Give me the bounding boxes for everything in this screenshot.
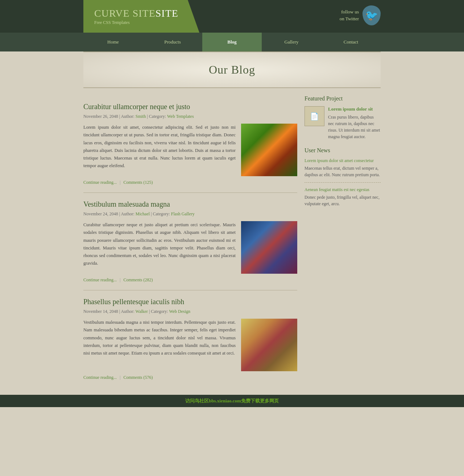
post-1-meta: November 26, 2048 | Author: Smith | Cate… bbox=[83, 114, 297, 119]
post-3-date: November 14, 2048 bbox=[83, 309, 118, 314]
featured-thumbnail: 📄 bbox=[304, 106, 324, 126]
post-1-text: Lorem ipsum dolor sit amet, consectetur … bbox=[83, 124, 236, 170]
post-3-text: Vestibulum malesuada magna a nisi tempor… bbox=[83, 319, 236, 357]
logo-text: CURVE SITESITE bbox=[94, 8, 192, 19]
blog-post-1: Curabitur ullamcorper neque et justo Nov… bbox=[83, 95, 297, 193]
post-2-meta: November 24, 2048 | Author: Michael | Ca… bbox=[83, 211, 297, 217]
hero-banner: Our Blog bbox=[83, 51, 381, 88]
twitter-bird-icon bbox=[362, 5, 381, 25]
featured-project-section: Featured Project 📄 Lorem ipsum dolor sit… bbox=[304, 95, 381, 140]
post-2-links: Continue reading... | Comments (282) bbox=[83, 277, 297, 283]
post-1-body: Lorem ipsum dolor sit amet, consectetur … bbox=[83, 124, 297, 176]
post-3-image bbox=[241, 319, 297, 371]
logo-subtitle: Free CSS Templates bbox=[94, 20, 192, 25]
post-3-title: Phasellus pellentesque iaculis nibh bbox=[83, 298, 297, 306]
featured-project-title: Featured Project bbox=[304, 95, 381, 102]
featured-project-link[interactable]: Lorem ipsum dolor sit bbox=[328, 106, 373, 112]
post-1-title: Curabitur ullamcorper neque et justo bbox=[83, 103, 297, 111]
post-2-category[interactable]: Flash Gallery bbox=[171, 211, 195, 216]
post-3-comments[interactable]: Comments (576) bbox=[123, 375, 153, 380]
post-3-meta: November 14, 2048 | Author: Walker | Cat… bbox=[83, 309, 297, 314]
logo-site: SITE bbox=[133, 8, 156, 19]
post-1-date: November 26, 2048 bbox=[83, 114, 118, 119]
logo: CURVE SITESITE Free CSS Templates bbox=[83, 0, 199, 33]
nav-blog[interactable]: Blog bbox=[202, 33, 262, 51]
nav-contact[interactable]: Contact bbox=[321, 33, 381, 51]
nav-products[interactable]: Products bbox=[143, 33, 202, 51]
featured-project-desc: Cras purus libero, dapibus nec rutrum in… bbox=[328, 114, 381, 140]
featured-project-name[interactable]: Lorem ipsum dolor sit bbox=[328, 106, 381, 112]
page-title: Our Blog bbox=[91, 63, 373, 76]
news-1-text: Maecenas tellus erat, dictum vel semper … bbox=[304, 165, 381, 178]
news-1-link[interactable]: Lorem ipsum dolor sit amet consectetur bbox=[304, 158, 381, 164]
blog-post-3: Phasellus pellentesque iaculis nibh Nove… bbox=[83, 290, 297, 388]
user-news-title: User News bbox=[304, 147, 381, 154]
post-2-title: Vestibulum malesuada magna bbox=[83, 200, 297, 208]
post-2-author[interactable]: Michael bbox=[136, 211, 150, 216]
featured-project: 📄 Lorem ipsum dolor sit Cras purus liber… bbox=[304, 106, 381, 140]
featured-info: Lorem ipsum dolor sit Cras purus libero,… bbox=[328, 106, 381, 140]
header: CURVE SITESITE Free CSS Templates follow… bbox=[0, 0, 464, 33]
post-3-category[interactable]: Web Design bbox=[169, 309, 190, 314]
post-2-image bbox=[241, 221, 297, 274]
footer-watermark: 访问鸟社区bbs.xieniao.com免费下载更多网页 bbox=[0, 395, 464, 407]
main-content: Curabitur ullamcorper neque et justo Nov… bbox=[83, 88, 381, 395]
logo-curve: CURVE bbox=[94, 8, 130, 19]
post-1-author[interactable]: Smith bbox=[136, 114, 146, 119]
post-2-body: Curabitur ullamcorper neque et justo ali… bbox=[83, 221, 297, 274]
post-2-continue[interactable]: Continue reading... bbox=[83, 277, 117, 282]
news-item-2: Aenean feugiat mattis est nec egestas Do… bbox=[304, 187, 381, 211]
post-1-continue[interactable]: Continue reading... bbox=[83, 180, 117, 185]
post-2-comments[interactable]: Comments (282) bbox=[123, 277, 153, 282]
news-item-1: Lorem ipsum dolor sit amet consectetur M… bbox=[304, 158, 381, 183]
post-1-comments[interactable]: Comments (125) bbox=[123, 180, 153, 185]
post-2-date: November 24, 2048 bbox=[83, 211, 118, 216]
watermark-text: 访问鸟社区bbs.xieniao.com免费下载更多网页 bbox=[185, 398, 279, 403]
post-1-links: Continue reading... | Comments (125) bbox=[83, 180, 297, 185]
navigation: Home Products Blog Gallery Contact bbox=[0, 33, 464, 51]
twitter-text: follow us on Twitter bbox=[340, 9, 359, 22]
twitter-follow[interactable]: follow us on Twitter bbox=[340, 5, 381, 25]
blog-post-2: Vestibulum malesuada magna November 24, … bbox=[83, 193, 297, 290]
post-3-links: Continue reading... | Comments (576) bbox=[83, 375, 297, 380]
news-2-text: Donec pede justo, fringilla vel, aliquet… bbox=[304, 194, 381, 207]
post-3-continue[interactable]: Continue reading... bbox=[83, 375, 117, 380]
post-3-author[interactable]: Walker bbox=[136, 309, 148, 314]
news-2-link[interactable]: Aenean feugiat mattis est nec egestas bbox=[304, 187, 381, 193]
blog-content: Curabitur ullamcorper neque et justo Nov… bbox=[83, 95, 297, 388]
user-news-section: User News Lorem ipsum dolor sit amet con… bbox=[304, 147, 381, 211]
post-2-text: Curabitur ullamcorper neque et justo ali… bbox=[83, 221, 236, 268]
nav-home[interactable]: Home bbox=[83, 33, 143, 51]
post-1-image bbox=[241, 124, 297, 176]
post-1-category[interactable]: Web Templates bbox=[167, 114, 194, 119]
post-3-body: Vestibulum malesuada magna a nisi tempor… bbox=[83, 319, 297, 371]
sidebar: Featured Project 📄 Lorem ipsum dolor sit… bbox=[304, 95, 381, 388]
nav-gallery[interactable]: Gallery bbox=[262, 33, 321, 51]
